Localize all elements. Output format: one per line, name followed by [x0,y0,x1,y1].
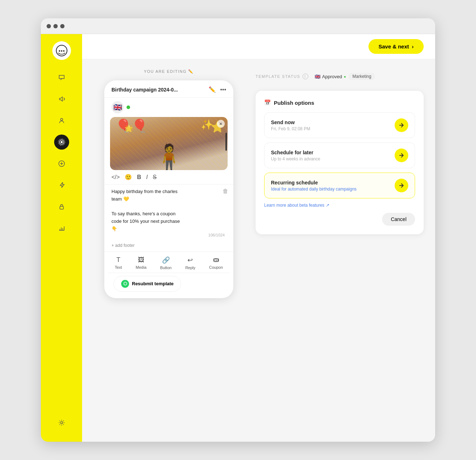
recurring-option[interactable]: Recurring schedule Ideal for automated d… [264,173,415,198]
cancel-button[interactable]: Cancel [382,213,415,226]
close-image-button[interactable]: × [217,120,225,128]
publish-title: 📅 Publish options [264,99,415,106]
approved-dot: ● [344,75,346,79]
online-indicator [127,105,130,109]
info-icon[interactable]: i [303,74,308,79]
sidebar-item-megaphone[interactable] [54,91,69,107]
external-link-icon: ↗ [326,203,329,208]
more-icon[interactable]: ••• [220,86,226,93]
bold-icon[interactable]: B [137,174,141,180]
left-panel: YOU ARE EDITING ✏️ Birthday campaign 202… [94,69,244,432]
code-icon[interactable]: </> [111,174,120,180]
char-count: 106/1024 [111,233,226,237]
send-now-option[interactable]: Send now Fri, Feb 9, 02:08 PM [264,112,415,138]
cancel-area: Cancel [264,213,415,226]
sidebar-item-add[interactable] [54,156,69,171]
whatsapp-icon [121,280,129,288]
bottom-icons-row: T Text 🖼 Media 🔗 Button [108,256,230,270]
approved-badge: 🇬🇧 Approved ● [315,74,346,79]
marketing-badge: Marketing [349,73,375,80]
divider [108,273,230,273]
main-content: Save & next › YOU ARE EDITING ✏️ Birthda… [82,34,435,442]
sidebar-logo[interactable] [52,41,71,60]
media-icon: 🖼 [138,256,144,264]
toolbar-text[interactable]: T Text [115,256,122,270]
italic-icon[interactable]: I [146,174,148,180]
phone-bottom-toolbar: T Text 🖼 Media 🔗 Button [104,252,233,298]
send-now-title: Send now [271,119,310,125]
dot-2 [53,24,58,28]
uk-flag: 🇬🇧 [315,74,320,79]
message-body: Happy birthday from the charles team 💛 T… [111,188,226,233]
app-body: Save & next › YOU ARE EDITING ✏️ Birthda… [41,34,435,442]
svg-point-5 [61,141,63,143]
coupon-icon: 🎟 [213,256,219,264]
browser-window: Save & next › YOU ARE EDITING ✏️ Birthda… [41,18,435,442]
message-text-area: Happy birthday from the charles team 💛 T… [104,184,233,241]
send-now-left: Send now Fri, Feb 9, 02:08 PM [271,119,310,131]
editor-toolbar: </> 🙂 B I S [104,170,233,184]
save-next-arrow: › [412,43,414,50]
sidebar-item-analytics[interactable] [54,221,69,236]
dot-1 [47,24,51,28]
schedule-later-sub: Up to 4 weeks in advance [271,156,320,161]
calendar-icon: 📅 [264,99,271,106]
add-footer[interactable]: + add footer [104,241,233,252]
schedule-later-option[interactable]: Schedule for later Up to 4 weeks in adva… [264,142,415,168]
schedule-later-title: Schedule for later [271,150,320,155]
toolbar-coupon[interactable]: 🎟 Coupon [209,256,223,270]
strikethrough-icon[interactable]: S [153,174,157,180]
recurring-title: Recurring schedule [271,180,357,186]
flag-circle: 🇬🇧 [111,101,124,113]
sidebar-item-chat[interactable] [54,70,69,85]
browser-titlebar [41,18,435,34]
schedule-later-arrow-button[interactable] [395,149,408,162]
sidebar-item-lock[interactable] [54,199,69,214]
content-area: YOU ARE EDITING ✏️ Birthday campaign 202… [82,59,435,442]
sidebar-icons [54,70,69,415]
toolbar-media[interactable]: 🖼 Media [136,256,147,270]
toolbar-button[interactable]: 🔗 Button [160,256,172,270]
sidebar-item-settings[interactable] [54,415,69,430]
phone-header: Birthday campaign 2024-0... ✏️ ••• [104,80,233,98]
status-badges: 🇬🇧 Approved ● Marketing [315,73,375,80]
recurring-arrow-button[interactable] [395,179,408,192]
send-now-arrow-button[interactable] [395,118,408,132]
template-status-label: TEMPLATE STATUS i [256,74,308,79]
svg-point-1 [59,50,60,52]
button-icon: 🔗 [162,256,170,264]
save-next-button[interactable]: Save & next › [368,39,424,54]
person-image: 🧍 [153,142,185,170]
publish-panel: 📅 Publish options Send now Fri, Feb 9, 0… [256,91,424,234]
send-now-sub: Fri, Feb 9, 02:08 PM [271,126,310,131]
recurring-sub: Ideal for automated daily birthday campa… [271,187,357,192]
emoji-icon[interactable]: 🙂 [125,174,132,180]
flag-dot-row: 🇬🇧 [104,98,233,117]
scroll-indicator [225,133,227,151]
edit-icon[interactable]: ✏️ [209,86,216,93]
svg-rect-9 [60,206,63,209]
resubmit-button[interactable]: Resubmit template [114,276,181,292]
right-panel: TEMPLATE STATUS i 🇬🇧 Approved ● Marketin… [256,69,424,432]
template-status-area: TEMPLATE STATUS i 🇬🇧 Approved ● Marketin… [256,69,424,84]
schedule-later-left: Schedule for later Up to 4 weeks in adva… [271,150,320,161]
toolbar-reply[interactable]: ↩ Reply [185,256,195,270]
sidebar [41,34,82,442]
browser-dots [47,24,65,28]
resubmit-label: Resubmit template [132,281,173,286]
sidebar-item-lightning[interactable] [54,178,69,193]
reply-icon: ↩ [187,256,193,264]
beta-link[interactable]: Learn more about beta features ↗ [264,203,415,208]
sidebar-bottom [54,415,69,435]
phone-header-icons: ✏️ ••• [209,86,226,93]
campaign-image: 🎈🎈 ⭐ 🧍 ✨ 🌟 [110,117,228,170]
save-next-label: Save & next [379,43,409,50]
delete-icon[interactable]: 🗑 [223,188,228,194]
top-bar: Save & next › [82,34,435,59]
text-icon: T [116,256,120,264]
phone-frame: Birthday campaign 2024-0... ✏️ ••• 🇬🇧 [104,80,233,298]
dot-3 [60,24,65,28]
sidebar-item-broadcast[interactable] [54,135,69,150]
sidebar-item-contacts[interactable] [54,113,69,128]
svg-point-3 [63,50,65,52]
